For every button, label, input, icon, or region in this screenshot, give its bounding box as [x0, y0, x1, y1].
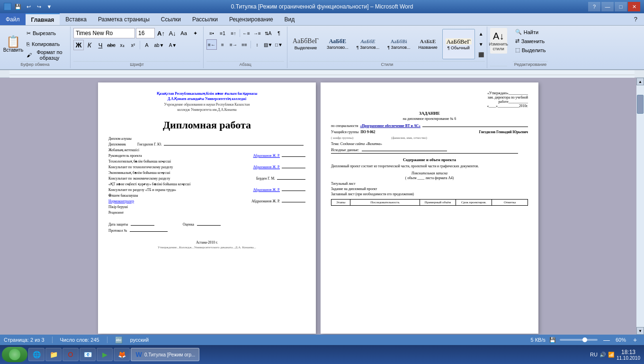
taskbar-word[interactable]: W 0.Титулка [Режим огр...	[131, 348, 199, 361]
style-label-normal: ¶ Обычный	[447, 46, 470, 50]
text-effects-button[interactable]: A	[142, 40, 152, 50]
bold-button[interactable]: Ж	[73, 40, 84, 50]
taskbar-outlook[interactable]: 📧	[80, 348, 96, 361]
sort-button[interactable]: ⇅A	[263, 28, 273, 38]
align-right-button[interactable]: ≡→	[228, 39, 239, 50]
word-taskbar-icon: W	[135, 351, 143, 358]
shading-button[interactable]: ▨▼	[263, 39, 273, 50]
ribbon-content: 📋 Вставить ✂ Вырезать ⎘ Копировать 🖌 Фор…	[0, 26, 644, 70]
numbering-button[interactable]: ≡1	[217, 28, 228, 38]
approve-block: «Утверждаю»___________ зам. директора по…	[331, 91, 528, 108]
quick-access-dropdown[interactable]: ▼	[45, 2, 54, 11]
format-painter-button[interactable]: 🖌 Формат по образцу	[25, 50, 67, 60]
save-button[interactable]: 💾	[13, 2, 23, 11]
style-item-default[interactable]: АаБбВеГ Выделение	[289, 29, 322, 59]
clipboard-group: 📋 Вставить ✂ Вырезать ⎘ Копировать 🖌 Фор…	[0, 27, 71, 68]
help-button[interactable]: ?	[588, 2, 600, 11]
borders-button[interactable]: □▼	[274, 39, 284, 50]
align-center-button[interactable]: ≡	[217, 39, 228, 50]
tab-review[interactable]: Рецензирование	[224, 13, 279, 25]
style-preview-h2: АаБбЕ	[361, 39, 376, 44]
page-left-header-kz: Қазақстан Республикасының білім және ғыл…	[108, 91, 305, 102]
font-case-button[interactable]: Аа	[179, 28, 189, 38]
start-button[interactable]	[2, 347, 27, 362]
italic-button[interactable]: К	[84, 40, 95, 50]
field-olshem-kz: Өлшем бакылаушы	[108, 193, 305, 199]
clear-format-button[interactable]: ✦	[190, 28, 200, 38]
tab-view[interactable]: Вид	[279, 13, 301, 25]
taskbar-mediaplayer[interactable]: ▶	[97, 348, 113, 361]
taskbar-firefox[interactable]: 🦊	[114, 348, 130, 361]
align-left-button[interactable]: ≡←	[206, 39, 217, 50]
mediaplayer-icon: ▶	[101, 351, 108, 358]
select-button[interactable]: ⬚ Выделить	[513, 46, 548, 54]
taskbar-opera[interactable]: O	[63, 348, 79, 361]
tab-mailings[interactable]: Рассылки	[187, 13, 224, 25]
replace-button[interactable]: ⇄ Заменить	[513, 37, 547, 45]
zoom-thumb[interactable]	[582, 337, 587, 342]
editing-group-inner: 🔍 Найти ⇄ Заменить ⬚ Выделить	[513, 28, 548, 60]
maximize-button[interactable]: □	[615, 2, 627, 11]
redo-button[interactable]: ↪	[34, 2, 44, 11]
underline-button[interactable]: Ч	[95, 40, 106, 50]
paste-icon: 📋	[8, 36, 19, 47]
scroll-thumb[interactable]	[637, 95, 644, 114]
increase-indent-button[interactable]: →≡	[252, 28, 262, 38]
style-item-h1[interactable]: АаБбЕ Заголово...	[323, 29, 352, 59]
style-item-h2[interactable]: АаБбЕ ¶ Заголов...	[353, 29, 383, 59]
tab-page-layout[interactable]: Разметка страницы	[92, 13, 155, 25]
style-label-name: Название	[418, 45, 437, 50]
highlight-button[interactable]: ab▼	[152, 40, 166, 50]
line-spacing-button[interactable]: ↕	[252, 39, 262, 50]
date-score-row: Дата защиты Оценка	[108, 222, 305, 227]
multilevel-button[interactable]: ≡↑	[228, 28, 239, 38]
style-item-normal[interactable]: АаБбВеГ ¶ Обычный	[442, 29, 475, 59]
styles-scroll-up[interactable]: ▲	[477, 29, 485, 38]
decrease-font-button[interactable]: A↓	[167, 28, 178, 38]
bullets-button[interactable]: ≡•	[206, 28, 217, 38]
subscript-button[interactable]: х₂	[117, 40, 127, 50]
strikethrough-button[interactable]: abc	[106, 40, 116, 50]
increase-font-button[interactable]: A↑	[156, 28, 166, 38]
tab-insert[interactable]: Вставка	[60, 13, 92, 25]
superscript-button[interactable]: х²	[128, 40, 138, 50]
taskbar-ie[interactable]: 🌐	[28, 348, 45, 361]
font-label: Шрифт	[73, 61, 200, 67]
field-retsenzent: Рецензент	[108, 210, 305, 216]
spell-check-icon: 🔤	[115, 337, 123, 344]
style-item-name[interactable]: АаБбЕ Название	[415, 29, 440, 59]
change-styles-button[interactable]: A↓ Изменитьстили	[490, 28, 507, 54]
show-marks-button[interactable]: ¶	[274, 28, 284, 38]
ruler	[0, 70, 644, 78]
styles-expand[interactable]: ⬛	[477, 50, 485, 59]
undo-button[interactable]: ↩	[24, 2, 33, 11]
font-color-button[interactable]: A▼	[166, 40, 179, 50]
style-item-h3[interactable]: АаБбВі ¶ Заголов...	[384, 29, 413, 59]
tab-references[interactable]: Ссылки	[155, 13, 187, 25]
paragraph-group: ≡• ≡1 ≡↑ ←≡ →≡ ⇅A ¶ ≡← ≡ ≡→ ≡≡ ↕ ▨▼ □▼ А…	[204, 27, 287, 68]
close-button[interactable]: ✕	[628, 2, 640, 11]
cut-button[interactable]: ✂ Вырезать	[25, 28, 67, 38]
styles-scroll-down[interactable]: ▼	[477, 39, 485, 49]
zoom-out-button[interactable]: —	[601, 335, 612, 345]
status-sep-2	[107, 337, 107, 343]
taskbar: 🌐 📁 O 📧 ▶ 🦊 W 0.Титулка [Режим огр... RU…	[0, 345, 644, 364]
zoom-in-button[interactable]: +	[630, 335, 640, 345]
copy-button[interactable]: ⎘ Копировать	[25, 39, 67, 49]
scroll-down-button[interactable]: ▼	[636, 327, 644, 335]
paste-button[interactable]: 📋 Вставить	[3, 31, 24, 57]
ribbon-tabs: Файл Главная Вставка Разметка страницы С…	[0, 13, 644, 26]
tab-file[interactable]: Файл	[0, 13, 26, 25]
style-preview-default: АаБбВеГ	[293, 38, 319, 45]
taskbar-explorer[interactable]: 📁	[45, 348, 62, 361]
scroll-up-button[interactable]: ▲	[636, 78, 644, 85]
minimize-button[interactable]: —	[601, 2, 614, 11]
help-ribbon-button[interactable]: ?	[631, 15, 640, 24]
zoom-slider[interactable]	[560, 339, 598, 341]
find-button[interactable]: 🔍 Найти	[513, 28, 541, 36]
decrease-indent-button[interactable]: ←≡	[241, 28, 251, 38]
font-size-input[interactable]	[136, 28, 155, 38]
tab-home[interactable]: Главная	[26, 13, 60, 25]
justify-button[interactable]: ≡≡	[239, 39, 250, 50]
font-name-input[interactable]	[73, 28, 135, 38]
